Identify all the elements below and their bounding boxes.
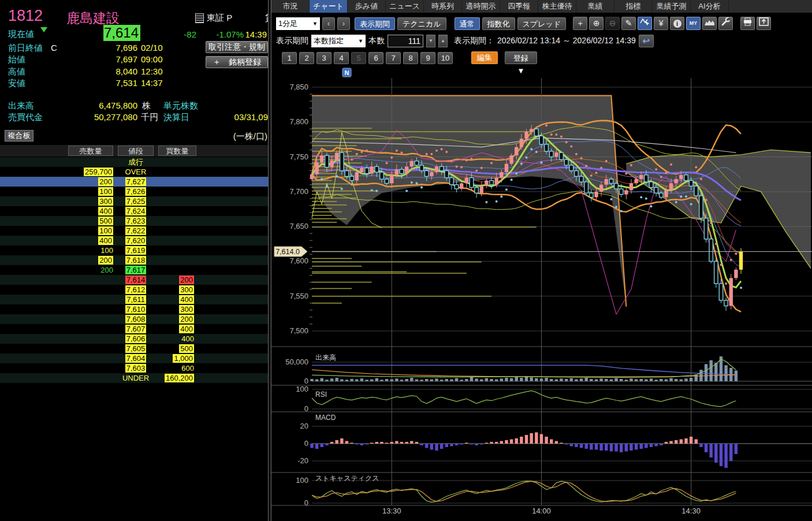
price-level[interactable]: 7,606 [125,334,147,343]
tab-四季報[interactable]: 四季報 [500,0,538,13]
book-row[interactable]: 7,612300 [0,285,268,295]
buy-qty[interactable]: 400 [181,334,194,343]
price-level[interactable]: 7,612 [125,285,147,294]
price-level[interactable]: 7,618 [125,256,147,265]
buy-qty[interactable]: 200 [179,315,194,323]
preset-6-button[interactable]: 6 [368,52,383,64]
book-row[interactable]: 259,700OVER [0,167,268,177]
sell-qty[interactable]: 100 [98,187,113,196]
tab-指標[interactable]: 指標 [614,0,653,13]
book-row[interactable]: UNDER160,200 [0,373,268,383]
book-row[interactable]: 7,603600 [0,363,268,373]
price-level[interactable]: 7,626 [125,187,147,196]
trend-cursor-icon[interactable] [638,17,652,30]
price-level[interactable]: 7,619 [125,246,147,255]
buy-qty[interactable]: 300 [179,305,194,314]
tab-適時開示[interactable]: 適時開示 [462,0,500,13]
book-row[interactable]: 7,614200 [0,275,268,285]
export-icon[interactable] [757,17,771,30]
book-row[interactable]: 4007,620 [0,236,268,245]
price-chart[interactable]: 7,5007,5507,6007,6507,7007,7507,8007,850… [271,66,812,521]
pencil-icon[interactable]: ✎ [621,17,636,30]
price-level[interactable]: OVER [125,168,147,176]
print-icon[interactable] [740,17,755,30]
zoom-in-icon[interactable]: ⊕ [589,17,604,30]
sell-qty[interactable]: 100 [100,246,113,255]
composite-board-button[interactable]: 複合板 [5,130,33,142]
book-row[interactable]: 2007,617 [0,265,268,275]
edit-button[interactable]: 編集 [471,51,498,64]
add-watchlist-button[interactable]: ＋ 銘柄登録 [206,56,268,68]
sell-qty[interactable]: 200 [98,256,113,265]
timeframe-select[interactable]: 1分足▼ [276,17,320,30]
sell-qty[interactable]: 100 [98,226,113,235]
tab-業績[interactable]: 業績 [576,0,614,13]
count-up-button[interactable]: ▲ [438,35,448,47]
mode-指数化-button[interactable]: 指数化 [482,17,515,30]
count-mode-select[interactable]: 本数指定▼ [311,35,366,47]
book-row[interactable]: 成行 [0,157,268,167]
my-chart-icon[interactable]: MY [686,17,701,30]
preset-7-button[interactable]: 7 [386,52,401,64]
preset-5-button[interactable]: 5 [351,52,366,64]
book-row[interactable]: 7,611400 [0,295,268,304]
book-row[interactable]: 2007,627 [0,177,268,187]
price-level[interactable]: 7,611 [125,295,146,304]
price-level[interactable]: 7,623 [125,217,147,225]
price-level[interactable]: 7,605 [125,344,147,353]
preset-3-button[interactable]: 3 [316,52,331,64]
price-level[interactable]: UNDER [122,374,149,382]
price-level[interactable]: 7,627 [125,177,147,186]
tab-チャート[interactable]: チャート [310,0,348,13]
tab-AI分析[interactable]: AI分析 [691,0,729,13]
buy-qty[interactable]: 400 [179,295,194,304]
preset-9-button[interactable]: 9 [420,52,435,64]
register-preset-button[interactable]: 登録 ▼ [505,51,537,64]
buy-qty[interactable]: 200 [179,276,194,284]
sell-qty[interactable]: 400 [98,236,113,245]
prev-button[interactable]: ‹ [322,17,335,30]
zoom-out-icon[interactable]: ⊖ [605,17,620,30]
book-row[interactable]: 3007,625 [0,196,268,206]
tab-市況[interactable]: 市況 [271,0,310,13]
price-level[interactable]: 7,624 [125,207,147,215]
trade-caution-button[interactable]: 取引注意・規制 [206,41,268,53]
buy-qty[interactable]: 160,200 [165,374,194,382]
tab-時系列[interactable]: 時系列 [424,0,462,13]
book-row[interactable]: 1007,622 [0,226,268,236]
technical-button[interactable]: テクニカル [397,17,446,30]
book-row[interactable]: 7,607400 [0,324,268,334]
buy-qty[interactable]: 600 [181,364,194,373]
book-row[interactable]: 7,606400 [0,334,268,344]
info-icon[interactable]: i [670,17,684,30]
sell-qty[interactable]: 200 [100,266,113,274]
mode-通常-button[interactable]: 通常 [455,17,480,30]
book-row[interactable]: 7,605500 [0,344,268,353]
book-row[interactable]: 7,6041,000 [0,353,268,363]
tab-歩み値[interactable]: 歩み値 [348,0,386,13]
book-row[interactable]: 1007,619 [0,245,268,255]
buy-qty[interactable]: 500 [179,344,194,353]
preset-4-button[interactable]: 4 [334,52,349,64]
book-row[interactable]: 7,608200 [0,314,268,324]
book-row[interactable]: 5007,623 [0,216,268,226]
preset-10-button[interactable]: 10 [438,52,453,64]
tab-業績予測[interactable]: 業績予測 [653,0,691,13]
price-level[interactable]: 7,603 [125,364,147,373]
tab-ニュース[interactable]: ニュース [386,0,424,13]
sell-qty[interactable]: 200 [98,177,113,186]
buy-qty[interactable]: 400 [179,325,194,333]
price-level[interactable]: 7,620 [125,236,147,245]
price-level[interactable]: 7,607 [125,325,147,333]
mode-スプレッド-button[interactable]: スプレッド [517,17,567,30]
price-level[interactable]: 7,622 [125,226,147,235]
price-level[interactable]: 成行 [128,158,143,166]
price-level[interactable]: 7,614 [125,276,147,284]
wrench-icon[interactable] [718,17,733,30]
book-row[interactable]: 1007,626 [0,187,268,196]
plus-icon[interactable]: ＋ [573,17,587,30]
bar-count-input[interactable]: 111 [388,35,423,47]
book-row[interactable]: 2007,618 [0,255,268,265]
buy-qty[interactable]: 300 [179,285,194,294]
sell-qty[interactable]: 500 [98,217,113,225]
